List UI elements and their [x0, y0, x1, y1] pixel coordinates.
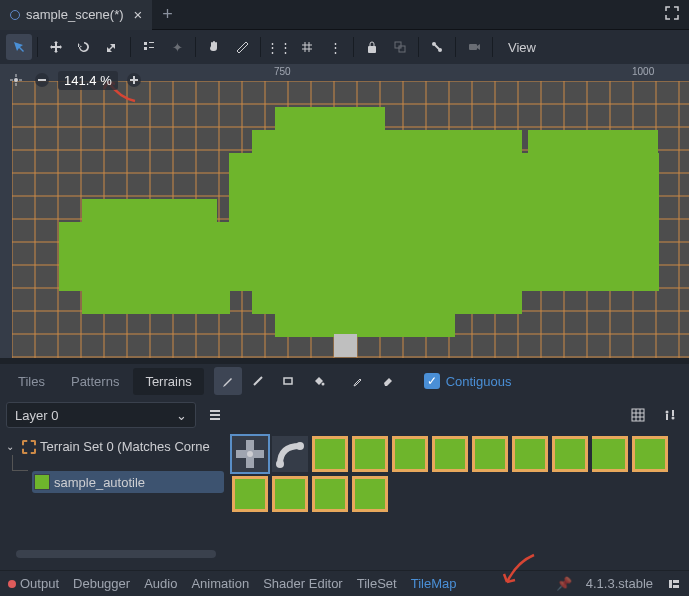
tilemap-button[interactable]: TileMap [411, 576, 457, 591]
tile-grass[interactable] [632, 436, 668, 472]
svg-rect-73 [284, 378, 292, 384]
terrain-set-icon [22, 440, 36, 454]
zoom-in-button[interactable] [124, 70, 144, 90]
move-tool[interactable] [43, 34, 69, 60]
placement-cursor [334, 334, 357, 357]
pan-tool[interactable] [201, 34, 227, 60]
tile-connect[interactable] [232, 436, 268, 472]
tilemap-tabs: Tiles Patterns Terrains ✓ Contiguous [0, 364, 689, 398]
lock-icon[interactable] [359, 34, 385, 60]
tileset-button[interactable]: TileSet [357, 576, 397, 591]
check-icon: ✓ [424, 373, 440, 389]
svg-rect-1 [144, 47, 147, 50]
svg-point-85 [672, 417, 675, 420]
list-select-tool[interactable] [136, 34, 162, 60]
close-icon[interactable]: × [134, 6, 143, 23]
center-view-icon[interactable] [6, 70, 26, 90]
highlight-layer-icon[interactable] [202, 402, 228, 428]
tile-grass[interactable] [352, 436, 388, 472]
canvas[interactable] [12, 81, 689, 358]
svg-rect-76 [210, 414, 220, 416]
svg-rect-62 [82, 291, 230, 314]
tile-grass[interactable] [472, 436, 508, 472]
pin-icon[interactable]: 📌 [556, 576, 572, 591]
svg-line-9 [435, 45, 439, 49]
maximize-icon[interactable] [655, 0, 689, 29]
tile-grass[interactable] [592, 436, 628, 472]
group-icon[interactable] [387, 34, 413, 60]
tile-grass[interactable] [272, 476, 308, 512]
tile-grid [12, 81, 689, 358]
audio-button[interactable]: Audio [144, 576, 177, 591]
tile-grass[interactable] [312, 476, 348, 512]
terrain-set-label: Terrain Set 0 (Matches Corne [40, 439, 210, 454]
viewport-toolbar: ✦ ⋮⋮ ⋮ View [0, 30, 689, 64]
pivot-tool[interactable]: ✦ [164, 34, 190, 60]
terrain-icon [34, 474, 50, 490]
scene-tab-bar: sample_scene(*) × + [0, 0, 689, 30]
override-camera-icon[interactable] [461, 34, 487, 60]
svg-rect-71 [133, 76, 135, 84]
animation-button[interactable]: Animation [191, 576, 249, 591]
layer-select[interactable]: Layer 0 ⌄ [6, 402, 196, 428]
tile-path[interactable] [272, 436, 308, 472]
svg-rect-64 [275, 314, 455, 337]
ruler-tool[interactable] [229, 34, 255, 60]
line-tool[interactable] [244, 367, 272, 395]
tile-grass[interactable] [352, 476, 388, 512]
snap-options-icon[interactable]: ⋮ [322, 34, 348, 60]
tile-grass[interactable] [552, 436, 588, 472]
svg-rect-6 [399, 46, 405, 52]
tilemap-panel: Tiles Patterns Terrains ✓ Contiguous Lay… [0, 364, 689, 570]
svg-point-90 [276, 460, 284, 468]
add-tab-button[interactable]: + [152, 0, 183, 29]
tile-grass[interactable] [232, 476, 268, 512]
bucket-tool[interactable] [304, 367, 332, 395]
shader-editor-button[interactable]: Shader Editor [263, 576, 343, 591]
layout-icon[interactable] [667, 577, 681, 591]
terrain-item[interactable]: sample_autotile [32, 471, 224, 493]
settings-icon[interactable] [657, 402, 683, 428]
svg-point-91 [296, 442, 304, 450]
output-button[interactable]: Output [8, 576, 59, 591]
select-tool[interactable] [6, 34, 32, 60]
rotate-tool[interactable] [71, 34, 97, 60]
skeleton-icon[interactable] [424, 34, 450, 60]
scale-tool[interactable] [99, 34, 125, 60]
rect-tool[interactable] [274, 367, 302, 395]
grid-toggle-icon[interactable] [625, 402, 651, 428]
contiguous-checkbox[interactable]: ✓ Contiguous [416, 369, 520, 393]
scene-icon [10, 10, 20, 20]
grid-snap-icon[interactable] [294, 34, 320, 60]
zoom-out-button[interactable] [32, 70, 52, 90]
zoom-level[interactable]: 141.4 % [58, 71, 118, 90]
tile-grass[interactable] [392, 436, 428, 472]
tile-grass[interactable] [312, 436, 348, 472]
svg-rect-92 [669, 580, 672, 588]
tab-terrains[interactable]: Terrains [133, 368, 203, 395]
scene-tab[interactable]: sample_scene(*) × [0, 0, 152, 30]
viewport-2d[interactable]: 750 1000 [0, 64, 689, 358]
svg-rect-60 [59, 222, 229, 291]
tile-grass[interactable] [432, 436, 468, 472]
tree-scrollbar[interactable] [16, 550, 216, 558]
svg-rect-55 [252, 130, 522, 153]
debugger-button[interactable]: Debugger [73, 576, 130, 591]
tab-tiles[interactable]: Tiles [6, 368, 57, 395]
svg-rect-3 [149, 47, 154, 48]
svg-line-72 [254, 377, 262, 385]
version-label: 4.1.3.stable [586, 576, 653, 591]
view-menu[interactable]: View [498, 36, 546, 59]
svg-rect-94 [673, 585, 679, 588]
paint-tool[interactable] [214, 367, 242, 395]
layer-row: Layer 0 ⌄ [0, 398, 689, 432]
smart-snap-icon[interactable]: ⋮⋮ [266, 34, 292, 60]
svg-point-83 [666, 411, 669, 414]
picker-tool[interactable] [344, 367, 372, 395]
tab-patterns[interactable]: Patterns [59, 368, 131, 395]
svg-rect-59 [82, 199, 217, 222]
eraser-tool[interactable] [374, 367, 402, 395]
tile-grass[interactable] [512, 436, 548, 472]
ruler-vertical [0, 64, 12, 358]
terrain-set-row[interactable]: ⌄ Terrain Set 0 (Matches Corne [4, 436, 224, 457]
